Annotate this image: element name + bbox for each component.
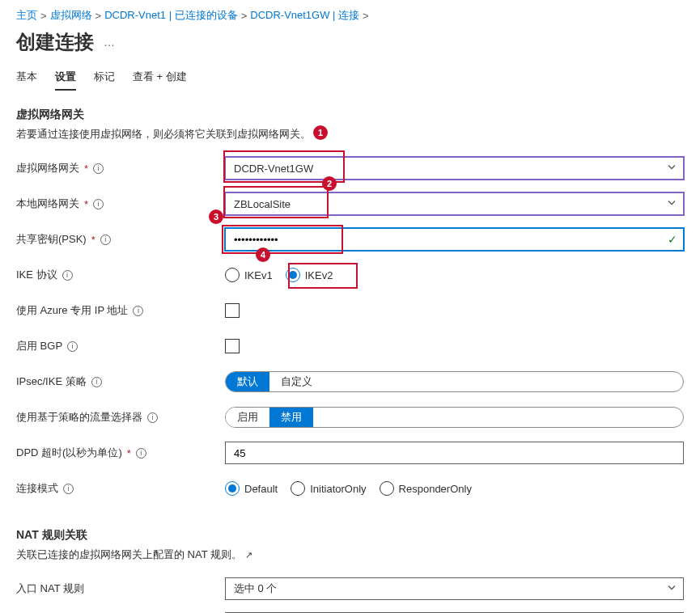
breadcrumb-item-home[interactable]: 主页 [16, 8, 37, 23]
radio-icon [380, 481, 394, 496]
info-icon[interactable]: i [62, 270, 73, 281]
ike-option-2: IKEv2 [305, 269, 333, 281]
mode-radio-group: Default InitiatorOnly ResponderOnly [225, 481, 684, 496]
breadcrumb-sep: > [363, 10, 369, 22]
page-title: 创建连接 [16, 29, 94, 55]
ike-label: IKE 协议 [16, 268, 57, 282]
selector-toggle: 启用 禁用 [225, 407, 684, 428]
info-icon[interactable]: i [91, 377, 102, 387]
chevron-down-icon [667, 163, 677, 175]
callout-1: 1 [313, 125, 328, 140]
checkmark-icon: ✓ [668, 233, 677, 246]
required-indicator: * [84, 198, 88, 210]
ipsec-option-custom[interactable]: 自定义 [269, 372, 324, 391]
breadcrumb: 主页 > 虚拟网络 > DCDR-Vnet1 | 已连接的设备 > DCDR-V… [16, 8, 684, 23]
info-icon[interactable]: i [136, 448, 146, 459]
mode-radio-default[interactable]: Default [225, 481, 278, 496]
selector-option-disable[interactable]: 禁用 [269, 408, 313, 427]
section-vng-desc: 若要通过连接使用虚拟网络，则必须将它关联到虚拟网络网关。 1 [16, 127, 684, 142]
radio-icon [291, 481, 305, 496]
radio-icon-selected [225, 481, 240, 496]
nat-in-value: 选中 0 个 [234, 581, 277, 596]
breadcrumb-sep: > [95, 10, 102, 22]
radio-icon [225, 268, 240, 282]
info-icon[interactable]: i [63, 484, 74, 494]
mode-option-initiator: InitiatorOnly [310, 483, 366, 495]
mode-option-default: Default [244, 483, 278, 495]
info-icon[interactable]: i [93, 163, 104, 174]
vng-dropdown[interactable]: DCDR-Vnet1GW [225, 157, 684, 180]
psk-input[interactable] [225, 228, 684, 251]
lng-value: ZBLocalSite [234, 198, 291, 210]
vng-label: 虚拟网络网关 [16, 161, 79, 175]
ike-option-1: IKEv1 [244, 269, 273, 281]
callout-4: 4 [256, 247, 270, 262]
tab-settings[interactable]: 设置 [55, 70, 76, 91]
bgp-label: 启用 BGP [16, 339, 62, 353]
breadcrumb-sep: > [40, 10, 47, 22]
required-indicator: * [127, 447, 131, 459]
azure-ip-label: 使用 Azure 专用 IP 地址 [16, 303, 128, 318]
dpd-label: DPD 超时(以秒为单位) [16, 446, 122, 460]
radio-icon-selected [286, 268, 300, 282]
dpd-input[interactable] [225, 442, 684, 464]
ike-radio-ikev2[interactable]: IKEv2 [286, 268, 333, 282]
section-nat-title: NAT 规则关联 [16, 528, 684, 543]
more-menu-button[interactable]: … [104, 36, 116, 49]
breadcrumb-sep: > [241, 10, 248, 22]
psk-label: 共享密钥(PSK) [16, 232, 87, 247]
section-nat-desc: 关联已连接的虚拟网络网关上配置的 NAT 规则。 ↗ [16, 547, 252, 562]
external-link-icon[interactable]: ↗ [245, 550, 252, 560]
required-indicator: * [91, 234, 95, 246]
selector-option-enable[interactable]: 启用 [226, 408, 269, 427]
bgp-checkbox[interactable] [225, 339, 240, 353]
ike-radio-ikev1[interactable]: IKEv1 [225, 268, 273, 282]
section-vng-title: 虚拟网络网关 [16, 108, 684, 122]
info-icon[interactable]: i [93, 199, 104, 209]
mode-radio-responder[interactable]: ResponderOnly [380, 481, 472, 496]
lng-label: 本地网络网关 [16, 197, 79, 211]
breadcrumb-item-vnet[interactable]: 虚拟网络 [50, 8, 92, 23]
chevron-down-icon [667, 198, 677, 210]
breadcrumb-item-devices[interactable]: DCDR-Vnet1 | 已连接的设备 [104, 8, 237, 23]
info-icon[interactable]: i [133, 306, 143, 316]
breadcrumb-item-connections[interactable]: DCDR-Vnet1GW | 连接 [250, 8, 359, 23]
tab-basic[interactable]: 基本 [16, 70, 37, 91]
tabs: 基本 设置 标记 查看 + 创建 [16, 70, 684, 91]
mode-label: 连接模式 [16, 481, 58, 496]
required-indicator: * [84, 163, 88, 175]
callout-2: 2 [322, 176, 337, 191]
vng-value: DCDR-Vnet1GW [234, 163, 313, 175]
ipsec-option-default[interactable]: 默认 [226, 372, 269, 391]
mode-radio-initiator[interactable]: InitiatorOnly [291, 481, 366, 496]
info-icon[interactable]: i [147, 412, 158, 423]
selector-label: 使用基于策略的流量选择器 [16, 410, 142, 425]
callout-3: 3 [209, 209, 223, 224]
nat-in-dropdown[interactable]: 选中 0 个 [225, 577, 684, 600]
tab-review[interactable]: 查看 + 创建 [133, 70, 187, 91]
info-icon[interactable]: i [67, 341, 78, 352]
tab-tags[interactable]: 标记 [94, 70, 115, 91]
chevron-down-icon [667, 583, 677, 595]
mode-option-responder: ResponderOnly [399, 483, 472, 495]
ipsec-label: IPsec/IKE 策略 [16, 374, 87, 389]
ipsec-toggle: 默认 自定义 [225, 371, 684, 392]
azure-ip-checkbox[interactable] [225, 303, 240, 318]
ike-radio-group: IKEv1 IKEv2 [225, 268, 684, 282]
nat-in-label: 入口 NAT 规则 [16, 581, 84, 596]
info-icon[interactable]: i [100, 235, 111, 245]
lng-dropdown[interactable]: ZBLocalSite [225, 192, 684, 215]
